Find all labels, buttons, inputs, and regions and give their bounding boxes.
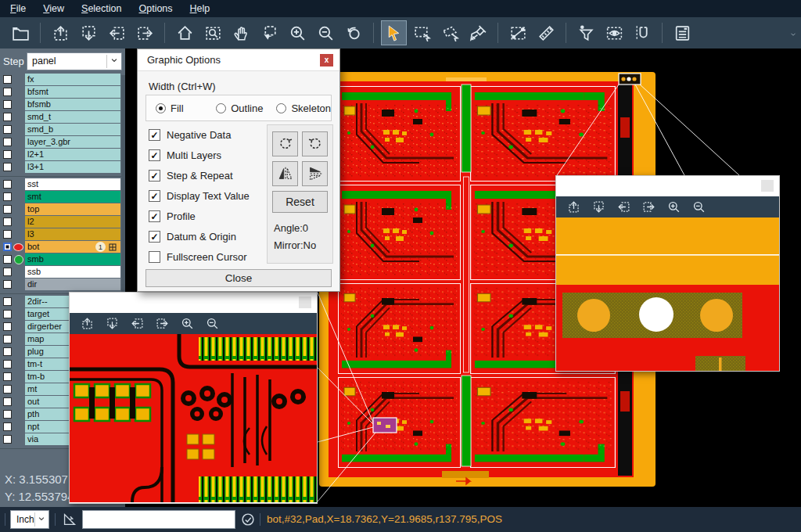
layer-checkbox[interactable] [3, 243, 12, 251]
grid-icon[interactable] [108, 243, 117, 252]
shift-left-icon[interactable] [104, 20, 130, 45]
dialog-title-bar[interactable]: Graphic Options x [138, 49, 339, 71]
select-polygon-icon[interactable] [437, 20, 463, 45]
layer-checkbox[interactable] [3, 410, 12, 419]
checkbox-step-repeat[interactable]: ✓Step & Repeat [149, 165, 250, 185]
magnifier-right-title-bar[interactable] [556, 176, 779, 196]
popup-window-button[interactable] [761, 180, 774, 192]
measure-line-icon[interactable] [505, 20, 531, 45]
close-icon[interactable]: x [320, 54, 333, 66]
ruler-icon[interactable] [533, 20, 559, 45]
layer-checkbox[interactable] [3, 75, 12, 84]
layer-checkbox[interactable] [3, 322, 12, 331]
folder-open-icon[interactable] [8, 20, 34, 45]
menu-selection[interactable]: Selection [73, 0, 130, 17]
checkbox-negative-data[interactable]: ✓Negative Data [149, 124, 250, 145]
layer-name[interactable]: l3+1 [25, 161, 120, 173]
menu-help[interactable]: Help [181, 0, 219, 17]
layer-checkbox[interactable] [3, 347, 12, 356]
zoom-window-icon[interactable] [200, 20, 226, 45]
layer-checkbox[interactable] [3, 360, 12, 368]
layer-name[interactable]: ssb [25, 266, 120, 278]
shift-right-icon[interactable] [132, 20, 158, 45]
checkbox-display-text-value[interactable]: ✓Display Text Value [149, 185, 250, 206]
menu-options[interactable]: Options [130, 0, 181, 17]
shift-up-icon[interactable] [563, 198, 584, 217]
layer-checkbox[interactable] [3, 268, 12, 276]
layer-checkbox[interactable] [3, 150, 12, 159]
zoom-in-icon[interactable] [177, 315, 197, 333]
layer-name[interactable]: bot1 [25, 241, 120, 253]
layer-checkbox[interactable] [3, 138, 12, 146]
eye-icon[interactable] [602, 20, 627, 45]
layer-checkbox[interactable] [3, 280, 12, 289]
layer-name[interactable]: l3 [25, 228, 120, 240]
filter-icon[interactable] [573, 20, 599, 45]
layers-panel-icon[interactable] [670, 20, 695, 45]
magnifier-left-title-bar[interactable] [70, 293, 317, 313]
radio-fill[interactable]: Fill [156, 102, 207, 114]
command-input[interactable] [82, 510, 235, 529]
layer-checkbox[interactable] [3, 310, 12, 318]
layer-checkbox[interactable] [3, 88, 12, 96]
shift-down-icon[interactable] [588, 198, 609, 217]
layer-checkbox[interactable] [3, 180, 12, 189]
home-icon[interactable] [172, 20, 198, 45]
layer-checkbox[interactable] [3, 297, 12, 306]
checkbox-multi-layers[interactable]: ✓Multi Layers [149, 145, 250, 165]
brush-icon[interactable] [465, 20, 491, 45]
layer-name[interactable]: smt [25, 191, 120, 203]
magnifier-right-view[interactable] [556, 217, 779, 371]
layer-checkbox[interactable] [3, 372, 12, 381]
layer-name[interactable]: l2 [25, 216, 120, 228]
zoom-out-icon[interactable] [688, 198, 709, 217]
layer-name[interactable]: smd_b [25, 124, 120, 135]
mirror-vertical-button[interactable] [302, 161, 328, 186]
layer-name[interactable]: smb [25, 253, 120, 265]
layer-checkbox[interactable] [3, 385, 12, 394]
shift-right-icon[interactable] [638, 198, 659, 217]
layer-name[interactable]: smd_t [25, 111, 120, 123]
zoom-in-icon[interactable] [285, 20, 311, 45]
select-arrow-icon[interactable] [381, 20, 407, 45]
reset-button[interactable]: Reset [272, 191, 328, 213]
layer-checkbox[interactable] [3, 335, 12, 343]
layer-checkbox[interactable] [3, 192, 12, 201]
layer-checkbox[interactable] [3, 217, 12, 226]
layer-checkbox[interactable] [3, 397, 12, 406]
shift-right-icon[interactable] [152, 315, 172, 333]
shift-down-icon[interactable] [102, 315, 122, 333]
rotate-cw-button[interactable] [272, 131, 298, 156]
layer-name[interactable]: dir [25, 279, 120, 290]
layer-checkbox[interactable] [3, 163, 12, 171]
layer-checkbox[interactable] [3, 435, 12, 444]
layer-checkbox[interactable] [3, 255, 12, 264]
layer-name[interactable]: bfsmt [25, 86, 120, 98]
layer-name[interactable]: top [25, 203, 120, 215]
radio-outline[interactable]: Outline [216, 102, 267, 114]
layer-name[interactable]: sst [25, 178, 120, 190]
layer-checkbox[interactable] [3, 422, 12, 431]
menu-file[interactable]: File [2, 0, 34, 17]
layer-checkbox[interactable] [3, 113, 12, 121]
layer-name[interactable]: l2+1 [25, 149, 120, 160]
menu-view[interactable]: View [34, 0, 73, 17]
unit-select[interactable]: Inch [10, 510, 49, 529]
shift-left-icon[interactable] [613, 198, 634, 217]
shift-left-icon[interactable] [127, 315, 147, 333]
shift-down-icon[interactable] [76, 20, 102, 45]
layer-name[interactable]: layer_3.gbr [25, 136, 120, 148]
pan-hand-icon[interactable] [228, 20, 254, 45]
layer-name[interactable]: fx [25, 74, 120, 85]
magnifier-left-view[interactable] [70, 334, 317, 502]
close-button[interactable]: Close [145, 269, 332, 287]
step-select[interactable]: panel [27, 52, 122, 70]
toolbar-overflow-icon[interactable] [788, 28, 798, 42]
layer-checkbox[interactable] [3, 100, 12, 109]
shift-up-icon[interactable] [77, 315, 97, 333]
zoom-previous-icon[interactable] [341, 20, 367, 45]
zoom-out-icon[interactable] [202, 315, 222, 333]
select-rect-icon[interactable] [409, 20, 435, 45]
shift-up-icon[interactable] [48, 20, 74, 45]
layer-checkbox[interactable] [3, 230, 12, 239]
